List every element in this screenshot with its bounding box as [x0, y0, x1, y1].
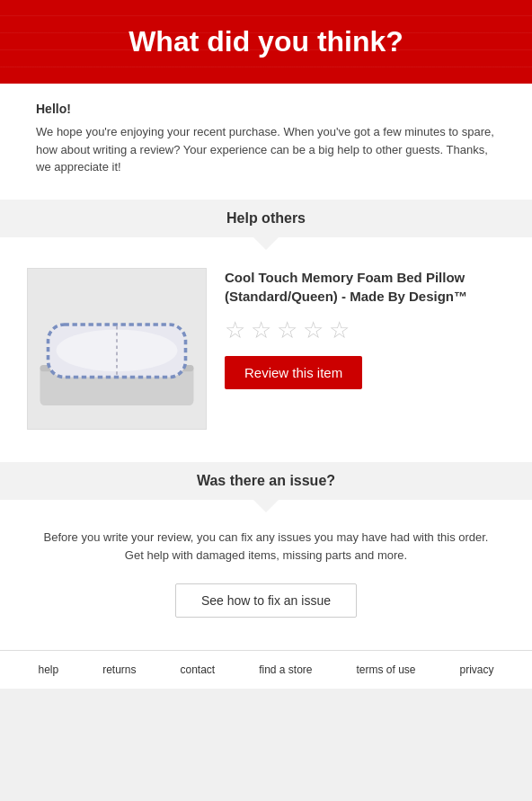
chevron-container-2 [0, 500, 532, 512]
star-4[interactable]: ☆ [303, 318, 324, 342]
footer-link-contact[interactable]: contact [180, 663, 215, 676]
star-3[interactable]: ☆ [277, 318, 297, 342]
fix-issue-button[interactable]: See how to fix an issue [175, 583, 357, 618]
header-title: What did you think? [18, 25, 514, 58]
footer-link-returns[interactable]: returns [102, 663, 136, 676]
footer-link-terms[interactable]: terms of use [356, 663, 415, 676]
footer-link-help[interactable]: help [38, 663, 58, 676]
header-banner: What did you think? [0, 0, 532, 84]
review-button[interactable]: Review this item [225, 356, 362, 389]
help-others-label: Help others [226, 210, 306, 226]
pillow-illustration [36, 277, 198, 421]
chevron-down-icon [253, 237, 279, 250]
chevron-down-icon-2 [253, 500, 279, 512]
star-2[interactable]: ☆ [251, 318, 271, 342]
issue-description: Before you write your review, you can fi… [36, 529, 496, 566]
footer: help returns contact find a store terms … [0, 651, 532, 689]
product-section: Cool Touch Memory Foam Bed Pillow (Stand… [0, 250, 532, 448]
issue-header: Was there an issue? [0, 462, 532, 500]
help-others-header: Help others [0, 200, 532, 237]
star-1[interactable]: ☆ [225, 318, 245, 342]
product-info: Cool Touch Memory Foam Bed Pillow (Stand… [225, 268, 505, 389]
fix-button-wrapper: See how to fix an issue [36, 583, 496, 618]
intro-section: Hello! We hope you're enjoying your rece… [0, 84, 532, 185]
product-image [27, 268, 207, 430]
footer-link-privacy[interactable]: privacy [459, 663, 493, 676]
footer-link-find-store[interactable]: find a store [259, 663, 312, 676]
issue-header-label: Was there an issue? [197, 473, 335, 488]
email-container: What did you think? Hello! We hope you'r… [0, 0, 532, 689]
star-rating[interactable]: ☆ ☆ ☆ ☆ ☆ [225, 318, 505, 342]
chevron-container [0, 237, 532, 250]
greeting-text: Hello! [36, 102, 496, 116]
issue-section: Before you write your review, you can fi… [0, 529, 532, 636]
star-5[interactable]: ☆ [329, 318, 350, 342]
product-name: Cool Touch Memory Foam Bed Pillow (Stand… [225, 268, 505, 306]
intro-text: We hope you're enjoying your recent purc… [36, 123, 496, 176]
